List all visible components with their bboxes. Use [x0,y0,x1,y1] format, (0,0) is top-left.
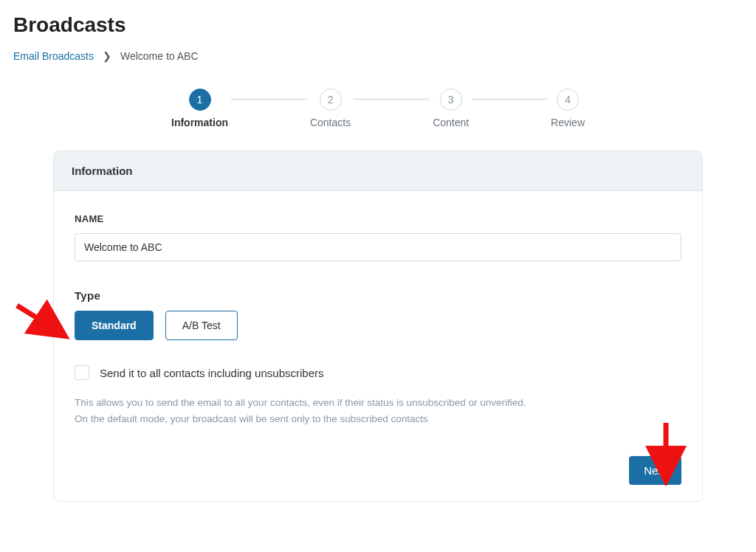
send-all-checkbox[interactable] [75,365,89,380]
step-circle-4: 4 [557,89,579,111]
name-input[interactable] [75,233,681,261]
help-text: This allows you to send the email to all… [75,395,681,427]
step-label-3: Content [433,117,469,128]
chevron-right-icon: ❯ [103,50,111,62]
breadcrumb-root-link[interactable]: Email Broadcasts [13,50,94,62]
step-content[interactable]: 3 Content [433,89,469,128]
page-title: Broadcasts [13,13,743,37]
step-circle-3: 3 [440,89,462,111]
breadcrumb: Email Broadcasts ❯ Welcome to ABC [13,50,743,62]
step-circle-2: 2 [320,89,342,111]
card-body: NAME Type Standard A/B Test Send it to a… [54,191,702,501]
breadcrumb-current: Welcome to ABC [120,50,199,62]
step-contacts[interactable]: 2 Contacts [310,89,351,128]
form-card: Information NAME Type Standard A/B Test … [53,151,703,502]
step-connector [231,98,307,100]
step-label-4: Review [551,117,585,128]
step-connector [354,98,430,100]
step-connector [472,98,548,100]
help-line-1: This allows you to send the email to all… [75,395,681,411]
stepper: 1 Information 2 Contacts 3 Content 4 Rev… [171,89,585,128]
next-button[interactable]: Next [629,456,681,485]
type-abtest-button[interactable]: A/B Test [165,311,238,340]
step-circle-1: 1 [189,89,211,111]
step-information[interactable]: 1 Information [171,89,228,128]
step-label-1: Information [171,117,228,128]
type-label: Type [75,289,681,302]
name-label: NAME [75,213,681,224]
send-all-label: Send it to all contacts including unsubs… [100,367,324,379]
step-review[interactable]: 4 Review [551,89,585,128]
step-label-2: Contacts [310,117,351,128]
card-header: Information [54,151,702,191]
type-standard-button[interactable]: Standard [75,311,154,340]
help-line-2: On the default mode, your broadcast will… [75,411,681,427]
